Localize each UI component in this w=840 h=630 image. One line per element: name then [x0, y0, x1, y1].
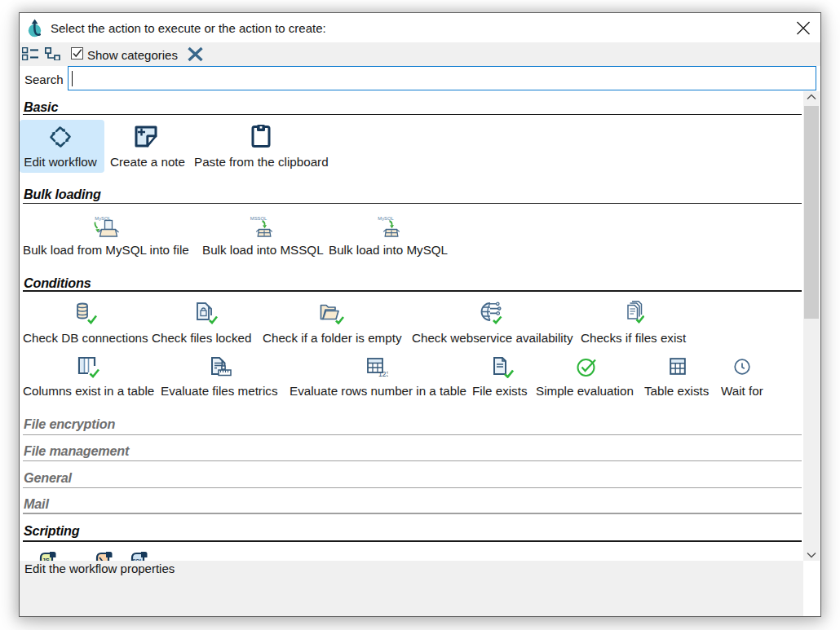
svg-text:MySQL: MySQL: [95, 216, 111, 221]
svg-text:MSSQL: MSSQL: [250, 216, 267, 221]
svg-text:123: 123: [378, 370, 388, 377]
svg-text:MySQL: MySQL: [378, 216, 394, 221]
